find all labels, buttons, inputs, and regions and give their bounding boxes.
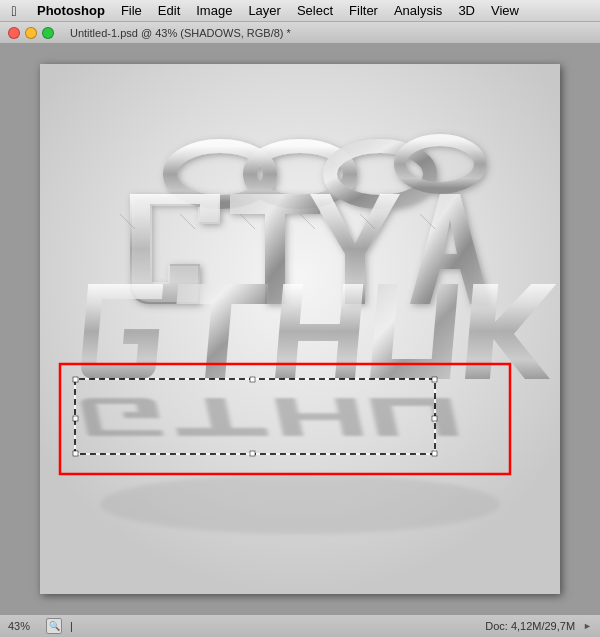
menu-3d[interactable]: 3D [451, 2, 482, 19]
svg-rect-13 [432, 377, 437, 382]
traffic-lights [8, 27, 54, 39]
status-arrow[interactable]: ► [583, 621, 592, 631]
status-separator: | [70, 620, 73, 632]
menu-filter[interactable]: Filter [342, 2, 385, 19]
svg-rect-18 [73, 416, 78, 421]
maximize-button[interactable] [42, 27, 54, 39]
close-button[interactable] [8, 27, 20, 39]
svg-rect-15 [432, 451, 437, 456]
statusbar: 43% 🔍 | Doc: 4,12M/29,7M ► [0, 614, 600, 637]
zoom-level: 43% [8, 620, 38, 632]
svg-rect-16 [250, 377, 255, 382]
svg-rect-17 [250, 451, 255, 456]
ps-canvas[interactable] [40, 64, 560, 594]
menubar:  Photoshop File Edit Image Layer Select… [0, 0, 600, 22]
svg-rect-14 [73, 451, 78, 456]
menu-file[interactable]: File [114, 2, 149, 19]
doc-info: Doc: 4,12M/29,7M [485, 620, 575, 632]
menu-layer[interactable]: Layer [241, 2, 288, 19]
menu-select[interactable]: Select [290, 2, 340, 19]
window-title: Untitled-1.psd @ 43% (SHADOWS, RGB/8) * [70, 27, 291, 39]
svg-rect-12 [73, 377, 78, 382]
menu-analysis[interactable]: Analysis [387, 2, 449, 19]
menu-photoshop[interactable]: Photoshop [30, 2, 112, 19]
menu-edit[interactable]: Edit [151, 2, 187, 19]
menu-image[interactable]: Image [189, 2, 239, 19]
canvas-area [0, 44, 600, 614]
titlebar: Untitled-1.psd @ 43% (SHADOWS, RGB/8) * [0, 22, 600, 44]
svg-point-1 [100, 474, 500, 534]
zoom-icon[interactable]: 🔍 [46, 618, 62, 634]
svg-rect-19 [432, 416, 437, 421]
menu-view[interactable]: View [484, 2, 526, 19]
minimize-button[interactable] [25, 27, 37, 39]
apple-menu[interactable]:  [4, 3, 24, 19]
artwork-svg [40, 64, 560, 594]
